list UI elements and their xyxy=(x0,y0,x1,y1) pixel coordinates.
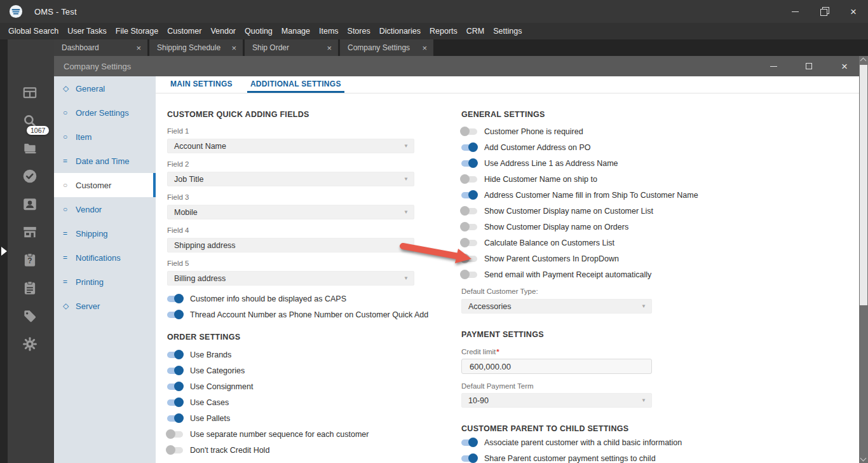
toggle-switch[interactable] xyxy=(461,176,477,183)
toggle-switch[interactable] xyxy=(167,399,183,406)
toggle-switch[interactable] xyxy=(461,439,477,446)
toggle-customer-phone-required[interactable]: Customer Phone is required xyxy=(461,123,688,139)
minimize-button[interactable] xyxy=(780,0,810,23)
menu-user-tasks[interactable]: User Tasks xyxy=(63,23,111,39)
toggle-use-pallets[interactable]: Use Pallets xyxy=(167,410,414,426)
menu-manage[interactable]: Manage xyxy=(277,23,315,39)
nav-item-notifications[interactable]: = Notifications xyxy=(54,245,156,270)
toggle-switch[interactable] xyxy=(461,256,477,262)
toggle-switch[interactable] xyxy=(461,192,477,198)
toggle-use-cases[interactable]: Use Cases xyxy=(167,394,414,410)
tasks-check-icon[interactable] xyxy=(22,168,38,184)
menu-items[interactable]: Items xyxy=(315,23,343,39)
tab-close-icon[interactable]: × xyxy=(327,44,332,52)
nav-item-customer[interactable]: ○ Customer xyxy=(54,173,156,197)
default-payment-term-dropdown[interactable]: 10-90 ▼ xyxy=(461,393,652,408)
nav-item-shipping[interactable]: = Shipping xyxy=(54,221,156,245)
toggle-switch[interactable] xyxy=(167,312,183,318)
close-button[interactable]: × xyxy=(839,0,868,23)
tab-company-settings[interactable]: Company Settings × xyxy=(340,39,433,56)
toggle-caps[interactable]: Customer info should be displayed as CAP… xyxy=(167,291,414,307)
toggle-display-name-customer-list[interactable]: Show Customer Display name on Customer L… xyxy=(461,203,688,219)
tab-ship-order[interactable]: Ship Order × xyxy=(245,39,338,56)
toggle-address-customer-name-fill[interactable]: Address Customer Name fill in from Ship … xyxy=(461,187,688,203)
toggle-separate-number-sequence[interactable]: Use separate number sequence for each cu… xyxy=(167,426,414,442)
toggle-use-categories[interactable]: Use Categories xyxy=(167,363,414,378)
toggle-display-name-orders[interactable]: Show Customer Display name on Orders xyxy=(461,219,688,235)
tab-shipping-schedule[interactable]: Shipping Schedule × xyxy=(149,39,243,56)
nav-item-item[interactable]: ○ Item xyxy=(54,125,156,149)
field-1-dropdown[interactable]: Account Name ▼ xyxy=(167,139,414,153)
scroll-down-icon[interactable] xyxy=(860,455,867,462)
nav-item-date-and-time[interactable]: = Date and Time xyxy=(54,149,156,173)
gear-icon[interactable] xyxy=(22,336,38,352)
close-button[interactable]: × xyxy=(839,60,850,72)
field-3-dropdown[interactable]: Mobile ▼ xyxy=(167,205,414,219)
credit-limit-input[interactable] xyxy=(461,359,652,374)
menu-dictionaries[interactable]: Dictionaries xyxy=(375,23,425,39)
toggle-share-parent-payment-settings[interactable]: Share Parent customer payment settings t… xyxy=(461,450,688,463)
menu-reports[interactable]: Reports xyxy=(425,23,462,39)
toggle-switch[interactable] xyxy=(167,368,183,374)
toggle-switch[interactable] xyxy=(461,144,477,151)
restore-button[interactable] xyxy=(810,0,839,23)
tab-close-icon[interactable]: × xyxy=(136,44,141,52)
folders-icon[interactable] xyxy=(22,140,38,156)
tag-icon[interactable] xyxy=(22,308,38,324)
toggle-use-consignment[interactable]: Use Consignment xyxy=(167,378,414,394)
toggle-switch[interactable] xyxy=(461,128,477,135)
tab-additional-settings[interactable]: ADDITIONAL SETTINGS xyxy=(247,79,344,93)
scrollbar-thumb[interactable] xyxy=(860,65,867,305)
menu-customer[interactable]: Customer xyxy=(163,23,206,39)
toggle-switch[interactable] xyxy=(461,455,477,462)
toggle-switch[interactable] xyxy=(461,224,477,230)
nav-item-general[interactable]: ◇ General xyxy=(54,76,156,100)
toggle-associate-parent-basic-info[interactable]: Associate parent customer with a child b… xyxy=(461,434,688,450)
toggle-address-line1-as-name[interactable]: Use Address Line 1 as Address Name xyxy=(461,155,688,171)
toggle-switch[interactable] xyxy=(167,384,183,390)
toggle-switch[interactable] xyxy=(167,431,183,438)
toggle-switch[interactable] xyxy=(167,352,183,358)
tab-dashboard[interactable]: Dashboard × xyxy=(54,39,147,56)
toggle-switch[interactable] xyxy=(461,160,477,167)
toggle-use-brands[interactable]: Use Brands xyxy=(167,347,414,363)
toggle-switch[interactable] xyxy=(461,272,477,278)
toggle-hide-customer-name-shipto[interactable]: Hide Customer Name on ship to xyxy=(461,171,688,187)
nav-item-printing[interactable]: = Printing xyxy=(54,270,156,294)
toggle-switch[interactable] xyxy=(461,208,477,214)
menu-vendor[interactable]: Vendor xyxy=(206,23,240,39)
maximize-button[interactable] xyxy=(803,60,815,72)
toggle-switch[interactable] xyxy=(167,415,183,422)
menu-global-search[interactable]: Global Search xyxy=(4,23,63,39)
scroll-up-icon[interactable] xyxy=(860,58,867,64)
company-settings-titlebar[interactable]: Company Settings × xyxy=(54,56,859,76)
menu-file-storage[interactable]: File Storage xyxy=(111,23,163,39)
tab-main-settings[interactable]: MAIN SETTINGS xyxy=(167,79,236,93)
store-icon[interactable] xyxy=(22,224,38,240)
toggle-send-payment-receipt-email[interactable]: Send email with Payment Receipt automati… xyxy=(461,266,688,282)
toggle-thread-account-number[interactable]: Thread Account Number as Phone Number on… xyxy=(167,307,414,322)
toggle-show-parent-customers-dropdown[interactable]: Show Parent Customers In DropDown xyxy=(461,251,688,266)
nav-item-server[interactable]: ◇ Server xyxy=(54,294,156,318)
field-5-dropdown[interactable]: Billing address ▼ xyxy=(167,271,414,286)
menu-quoting[interactable]: Quoting xyxy=(240,23,277,39)
vertical-scrollbar[interactable] xyxy=(859,56,868,463)
field-2-dropdown[interactable]: Job Title ▼ xyxy=(167,172,414,186)
sidebar-flyout-arrow-icon[interactable] xyxy=(1,247,7,256)
toggle-add-customer-address-po[interactable]: Add Customer Address on PO xyxy=(461,139,688,155)
toggle-switch[interactable] xyxy=(167,447,183,453)
toggle-switch[interactable] xyxy=(167,296,183,302)
nav-item-vendor[interactable]: ○ Vendor xyxy=(54,197,156,221)
toggle-dont-track-credit-hold[interactable]: Don't track Credit Hold xyxy=(167,442,414,458)
clipboard-list-icon[interactable] xyxy=(22,280,38,296)
tab-close-icon[interactable]: × xyxy=(422,44,427,52)
contact-card-icon[interactable] xyxy=(22,196,38,212)
tab-close-icon[interactable]: × xyxy=(231,44,236,52)
menu-stores[interactable]: Stores xyxy=(343,23,375,39)
toggle-switch[interactable] xyxy=(461,240,477,246)
clipboard-question-icon[interactable]: ? xyxy=(22,252,38,268)
menu-settings[interactable]: Settings xyxy=(489,23,526,39)
dashboard-icon[interactable] xyxy=(22,85,38,101)
minimize-button[interactable] xyxy=(768,60,779,72)
nav-item-order-settings[interactable]: ○ Order Settings xyxy=(54,100,156,125)
